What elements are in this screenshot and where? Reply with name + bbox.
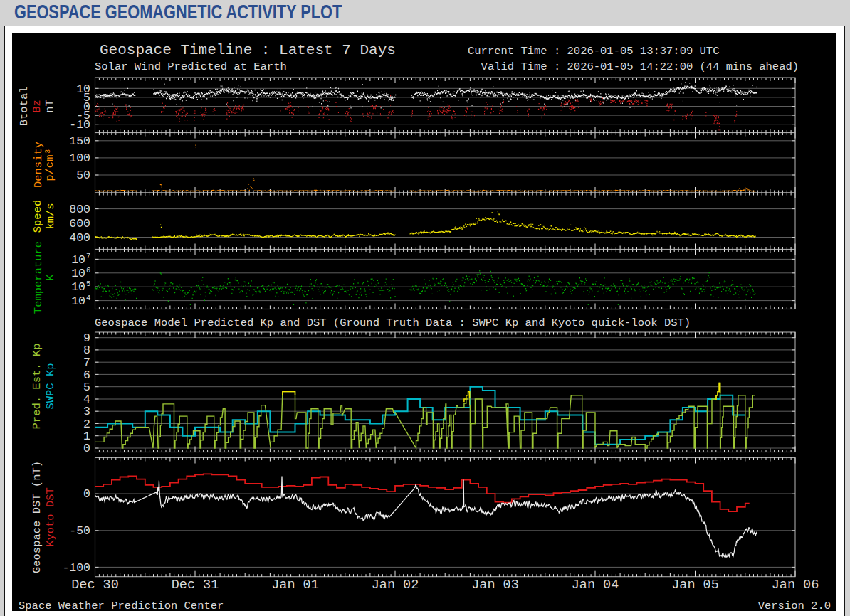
svg-text:1: 1 <box>83 430 90 443</box>
svg-text:10: 10 <box>71 294 85 308</box>
svg-text:9: 9 <box>83 331 90 345</box>
svg-text:Dec 31: Dec 31 <box>172 578 219 593</box>
svg-text:Jan 01: Jan 01 <box>271 578 319 593</box>
svg-text:10: 10 <box>71 253 85 267</box>
svg-text:Jan 04: Jan 04 <box>572 578 619 593</box>
svg-text:Jan 02: Jan 02 <box>372 578 419 593</box>
svg-text:Temperature: Temperature <box>32 241 45 314</box>
svg-text:-10: -10 <box>69 118 90 132</box>
svg-text:Kyoto DST: Kyoto DST <box>44 487 57 547</box>
svg-text:Geospace Timeline : Latest 7 D: Geospace Timeline : Latest 7 Days <box>100 42 396 58</box>
svg-text:nT: nT <box>43 100 56 113</box>
svg-text:Speed: Speed <box>31 200 44 233</box>
svg-text:Current Time : 2026-01-05 13:3: Current Time : 2026-01-05 13:37:09 UTC <box>468 45 719 58</box>
svg-text:5: 5 <box>83 381 90 394</box>
svg-text:10: 10 <box>71 267 85 280</box>
svg-text:Geospace DST (nT): Geospace DST (nT) <box>31 461 43 573</box>
svg-text:6: 6 <box>83 368 90 382</box>
svg-text:Valid Time : 2026-01-05 14:22:: Valid Time : 2026-01-05 14:22:00 (44 min… <box>468 60 799 73</box>
svg-text:600: 600 <box>69 217 90 230</box>
svg-text:10: 10 <box>71 280 85 294</box>
svg-text:0: 0 <box>83 487 90 501</box>
svg-text:7: 7 <box>86 252 90 260</box>
svg-text:Btotal: Btotal <box>18 86 31 126</box>
svg-text:km/s: km/s <box>44 203 57 229</box>
svg-text:SWPC Kp: SWPC Kp <box>44 363 57 409</box>
svg-text:150: 150 <box>69 134 90 148</box>
svg-text:5: 5 <box>86 280 90 288</box>
svg-text:8: 8 <box>83 344 90 357</box>
svg-text:100: 100 <box>69 152 90 165</box>
svg-text:800: 800 <box>69 203 90 216</box>
svg-text:K: K <box>44 274 57 281</box>
svg-text:3: 3 <box>83 405 90 418</box>
svg-text:Version 2.0: Version 2.0 <box>758 600 831 612</box>
svg-text:Jan 06: Jan 06 <box>772 578 819 593</box>
svg-text:Jan 03: Jan 03 <box>471 578 519 593</box>
svg-text:400: 400 <box>69 231 90 245</box>
svg-text:Geospace Model Predicted Kp an: Geospace Model Predicted Kp and DST (Gro… <box>95 317 691 329</box>
svg-text:Dec 30: Dec 30 <box>71 578 119 593</box>
svg-text:-50: -50 <box>69 524 90 538</box>
svg-text:Jan 05: Jan 05 <box>671 578 719 593</box>
svg-text:6: 6 <box>86 266 90 275</box>
svg-text:4: 4 <box>86 294 90 302</box>
svg-text:7: 7 <box>83 356 90 369</box>
svg-text:4: 4 <box>83 393 90 406</box>
svg-text:p/cm³: p/cm³ <box>43 148 56 181</box>
svg-text:Space Weather Prediction Cente: Space Weather Prediction Center <box>19 600 224 612</box>
svg-text:-100: -100 <box>62 561 90 575</box>
svg-text:50: 50 <box>76 169 90 182</box>
svg-text:Pred. Est. Kp: Pred. Est. Kp <box>31 344 43 430</box>
svg-text:Solar Wind Predicted at Earth: Solar Wind Predicted at Earth <box>95 60 287 73</box>
svg-text:Bz: Bz <box>31 100 43 113</box>
svg-text:0: 0 <box>83 442 90 455</box>
svg-text:2: 2 <box>83 418 90 431</box>
